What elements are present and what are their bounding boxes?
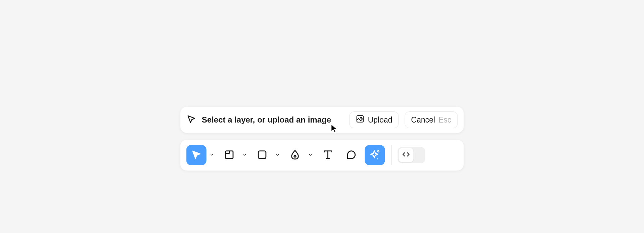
rectangle-tool-button[interactable] [252, 145, 272, 165]
sparkle-icon [369, 149, 381, 162]
move-tool-button[interactable] [186, 145, 207, 165]
cancel-shortcut: Esc [438, 115, 451, 125]
comment-tool-button[interactable] [341, 145, 362, 165]
tool-group-ai [365, 145, 385, 165]
prompt-bar: Select a layer, or upload an image Uploa… [180, 107, 464, 133]
cancel-button[interactable]: Cancel Esc [405, 111, 458, 128]
image-icon [356, 114, 365, 125]
svg-rect-3 [258, 151, 266, 158]
cursor-icon [186, 114, 197, 126]
chevron-down-icon [275, 152, 280, 158]
code-icon [402, 150, 410, 160]
dev-mode-toggle[interactable] [397, 147, 425, 163]
frame-tool-button[interactable] [219, 145, 239, 165]
svg-point-4 [294, 155, 296, 157]
pen-dropdown-button[interactable] [307, 145, 315, 165]
tool-group-pen [285, 145, 315, 165]
cancel-label: Cancel [411, 115, 435, 125]
chevron-down-icon [243, 152, 247, 158]
frame-dropdown-button[interactable] [241, 145, 249, 165]
tool-group-frame [219, 145, 249, 165]
tool-group-text [318, 145, 338, 165]
rectangle-dropdown-button[interactable] [274, 145, 282, 165]
comment-icon [346, 149, 357, 161]
toolbar [180, 140, 464, 171]
move-dropdown-button[interactable] [208, 145, 216, 165]
tool-group-move [186, 145, 216, 165]
tool-group-comment [341, 145, 362, 165]
text-icon [322, 149, 334, 161]
upload-label: Upload [368, 115, 392, 125]
frame-icon [224, 149, 235, 161]
prompt-text: Select a layer, or upload an image [202, 115, 331, 125]
tool-group-rectangle [252, 145, 282, 165]
svg-point-5 [378, 150, 379, 152]
rectangle-icon [257, 149, 268, 161]
svg-point-1 [361, 117, 362, 118]
dev-mode-option[interactable] [413, 148, 424, 162]
pen-tool-button[interactable] [285, 145, 305, 165]
chevron-down-icon [308, 152, 313, 158]
toolbar-divider [391, 145, 392, 165]
design-mode-option[interactable] [398, 148, 413, 162]
upload-button[interactable]: Upload [350, 111, 399, 128]
text-tool-button[interactable] [318, 145, 338, 165]
pen-icon [289, 149, 301, 161]
chevron-down-icon [210, 152, 214, 158]
prompt-left: Select a layer, or upload an image [186, 114, 343, 126]
ai-tool-button[interactable] [365, 145, 385, 165]
move-cursor-icon [191, 149, 202, 161]
